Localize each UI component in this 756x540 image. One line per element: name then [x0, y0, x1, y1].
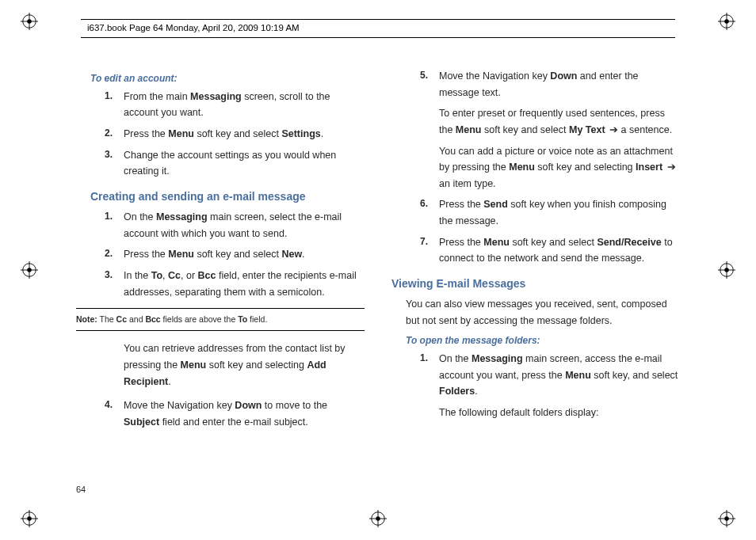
crop-mark-icon — [718, 261, 735, 279]
list-text: Press the Menu soft key and select New. — [124, 246, 365, 263]
list-text: Change the account settings as you would… — [124, 147, 365, 180]
open-folders-list: 1. On the Messaging main screen, access … — [420, 351, 680, 421]
list-item: 6. Press the Send soft key when you fini… — [420, 196, 680, 229]
heading-edit-account: To edit an account: — [90, 71, 365, 87]
list-number: 4. — [105, 397, 124, 430]
right-column: 5. Move the Navigation key Down and ente… — [391, 68, 680, 477]
list-item: 7. Press the Menu soft key and select Se… — [420, 234, 680, 267]
list-text: On the Messaging main screen, access the… — [439, 351, 680, 421]
list-number: 5. — [420, 68, 439, 192]
list-item: 4. Move the Navigation key Down to move … — [105, 397, 365, 430]
crop-mark-icon — [21, 13, 38, 30]
note-label: Note: — [76, 314, 97, 324]
list-text: In the To, Cc, or Bcc field, enter the r… — [124, 268, 365, 300]
crop-mark-icon — [21, 510, 38, 527]
list-item: 1. From the main Messaging screen, scrol… — [105, 89, 365, 121]
list-item: 3. Change the account settings as you wo… — [105, 147, 365, 180]
list-number: 3. — [105, 268, 124, 300]
retrieve-paragraph: You can retrieve addresses from the cont… — [124, 340, 365, 390]
print-header: i637.book Page 64 Monday, April 20, 2009… — [81, 19, 675, 38]
note-box: Note: The Cc and Bcc fields are above th… — [76, 308, 365, 331]
list-number: 7. — [420, 234, 439, 267]
edit-account-list: 1. From the main Messaging screen, scrol… — [105, 89, 365, 180]
list-item: 3. In the To, Cc, or Bcc field, enter th… — [105, 268, 365, 300]
create-send-list-cont: 4. Move the Navigation key Down to move … — [105, 397, 365, 430]
heading-create-send: Creating and sending an e-mail message — [90, 188, 365, 206]
list-number: 1. — [105, 89, 124, 121]
list-text: On the Messaging main screen, select the… — [124, 209, 365, 241]
list-number: 1. — [105, 209, 124, 241]
list-number: 3. — [105, 147, 124, 180]
list-item: 2. Press the Menu soft key and select Se… — [105, 126, 365, 143]
crop-mark-icon — [718, 510, 735, 527]
list-text: Press the Menu soft key and select Setti… — [124, 126, 365, 143]
list-item: 1. On the Messaging main screen, select … — [105, 209, 365, 241]
print-header-text: i637.book Page 64 Monday, April 20, 2009… — [87, 23, 300, 32]
list-number: 6. — [420, 196, 439, 229]
list-text: Press the Menu soft key and select Send/… — [439, 234, 680, 267]
list-item: 2. Press the Menu soft key and select Ne… — [105, 246, 365, 263]
crop-mark-icon — [369, 510, 387, 527]
list-number: 2. — [105, 126, 124, 143]
list-text: Move the Navigation key Down to move to … — [124, 397, 365, 430]
list-item: 1. On the Messaging main screen, access … — [420, 351, 680, 421]
list-text: From the main Messaging screen, scroll t… — [124, 89, 365, 121]
left-column: To edit an account: 1. From the main Mes… — [76, 68, 365, 477]
crop-mark-icon — [21, 261, 38, 279]
list-text: Press the Send soft key when you finish … — [439, 196, 680, 229]
list-number: 2. — [105, 246, 124, 263]
list-number: 1. — [420, 351, 439, 421]
heading-viewing: Viewing E-mail Messages — [391, 275, 680, 293]
page-content: To edit an account: 1. From the main Mes… — [76, 68, 680, 477]
create-send-list-right: 5. Move the Navigation key Down and ente… — [420, 68, 680, 267]
heading-open-folders: To open the message folders: — [406, 333, 680, 349]
page-number: 64 — [76, 485, 86, 494]
create-send-list: 1. On the Messaging main screen, select … — [105, 209, 365, 300]
viewing-body: You can also view messages you received,… — [406, 296, 680, 329]
list-item: 5. Move the Navigation key Down and ente… — [420, 68, 680, 192]
list-text: Move the Navigation key Down and enter t… — [439, 68, 680, 192]
crop-mark-icon — [718, 13, 735, 30]
